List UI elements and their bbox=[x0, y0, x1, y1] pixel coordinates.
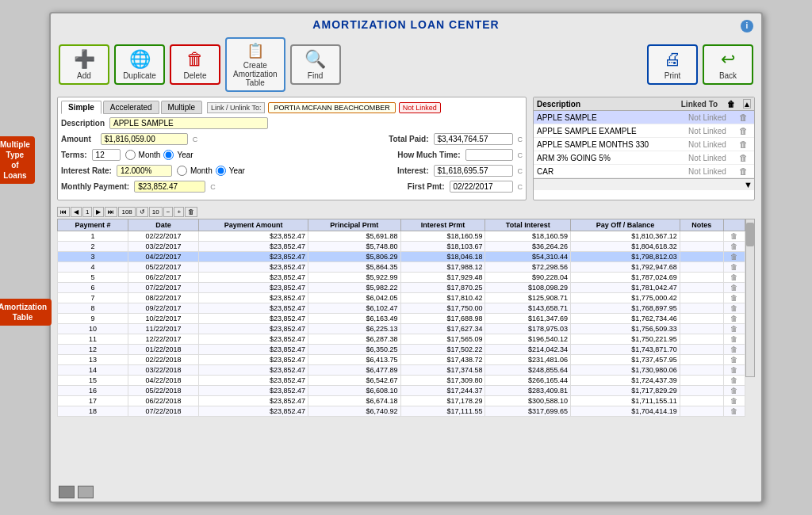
row-del-btn[interactable]: 🗑 bbox=[723, 334, 745, 345]
table-row[interactable]: 1 02/22/2017 $23,852.47 $5,691.88 $18,16… bbox=[58, 231, 745, 242]
cell-payment: $23,852.47 bbox=[199, 293, 308, 303]
table-row[interactable]: 17 06/22/2018 $23,852.47 $6,674.18 $17,1… bbox=[58, 396, 745, 406]
table-row[interactable]: 5 06/22/2017 $23,852.47 $5,922.99 $17,92… bbox=[58, 273, 745, 283]
amort-page-size[interactable]: 108 bbox=[118, 207, 135, 217]
rp-del-btn[interactable]: 🗑 bbox=[735, 113, 751, 122]
monthly-payment-row: Monthly Payment: C First Pmt: C bbox=[61, 181, 523, 193]
amort-minus-btn[interactable]: − bbox=[163, 207, 174, 217]
amort-first-btn[interactable]: ⏮ bbox=[57, 207, 70, 217]
cell-payment: $23,852.47 bbox=[199, 242, 308, 252]
row-del-btn[interactable]: 🗑 bbox=[723, 396, 745, 406]
rp-scroll-up[interactable]: ▲ bbox=[743, 99, 751, 109]
row-del-btn[interactable]: 🗑 bbox=[723, 386, 745, 396]
rp-list-item[interactable]: CAR Not Linked 🗑 bbox=[534, 165, 754, 178]
tab-accelerated[interactable]: Accelerated bbox=[103, 101, 159, 114]
table-row[interactable]: 10 11/22/2017 $23,852.47 $6,225.13 $17,6… bbox=[58, 324, 745, 334]
table-row[interactable]: 13 02/22/2018 $23,852.47 $6,413.75 $17,4… bbox=[58, 355, 745, 365]
amort-p1-btn[interactable]: 1 bbox=[82, 207, 92, 217]
table-row[interactable]: 14 03/22/2018 $23,852.47 $6,477.89 $17,3… bbox=[58, 365, 745, 376]
rp-scroll-down[interactable]: ▼ bbox=[534, 178, 754, 190]
interest-radio-group: Month Year bbox=[177, 166, 245, 176]
tab-multiple[interactable]: Multiple bbox=[161, 101, 202, 114]
interest-rate-input[interactable] bbox=[117, 165, 172, 177]
add-label: Add bbox=[67, 71, 102, 80]
tab-simple[interactable]: Simple bbox=[61, 101, 102, 114]
table-row[interactable]: 9 10/22/2017 $23,852.47 $6,163.49 $17,68… bbox=[58, 314, 745, 324]
rp-del-btn[interactable]: 🗑 bbox=[735, 166, 751, 176]
int-month-radio[interactable] bbox=[177, 166, 187, 176]
rp-del-btn[interactable]: 🗑 bbox=[735, 139, 751, 149]
amort-scrollbar[interactable] bbox=[745, 219, 755, 377]
amort-header-row: Payment # Date Payment Amount Principal … bbox=[58, 219, 745, 231]
rp-list-item[interactable]: APPLE SAMPLE Not Linked 🗑 bbox=[534, 111, 754, 124]
table-row[interactable]: 4 05/22/2017 $23,852.47 $5,864.35 $17,98… bbox=[58, 262, 745, 273]
create-amort-button[interactable]: 📋 CreateAmortizationTable bbox=[225, 37, 285, 92]
terms-input[interactable] bbox=[92, 149, 121, 161]
row-del-btn[interactable]: 🗑 bbox=[723, 273, 745, 283]
rp-list-item[interactable]: APPLE SAMPLE MONTHS 330 Not Linked 🗑 bbox=[534, 138, 754, 151]
amort-del-all-btn[interactable]: 🗑 bbox=[185, 207, 197, 217]
row-del-btn[interactable]: 🗑 bbox=[723, 365, 745, 376]
how-much-input[interactable] bbox=[465, 149, 513, 161]
row-del-btn[interactable]: 🗑 bbox=[723, 303, 745, 314]
row-del-btn[interactable]: 🗑 bbox=[723, 293, 745, 303]
bottom-icon-1[interactable] bbox=[59, 486, 75, 498]
row-del-btn[interactable]: 🗑 bbox=[723, 345, 745, 355]
amort-last-btn[interactable]: ⏭ bbox=[105, 207, 117, 217]
cell-balance: $1,762,734.46 bbox=[571, 314, 680, 324]
table-row[interactable]: 6 07/22/2017 $23,852.47 $5,982.22 $17,87… bbox=[58, 283, 745, 293]
row-del-btn[interactable]: 🗑 bbox=[723, 324, 745, 334]
rp-del-btn[interactable]: 🗑 bbox=[735, 153, 751, 162]
row-del-btn[interactable]: 🗑 bbox=[723, 376, 745, 386]
row-del-btn[interactable]: 🗑 bbox=[723, 406, 745, 417]
first-pmt-input[interactable] bbox=[450, 181, 513, 193]
amort-plus-btn[interactable]: + bbox=[174, 207, 184, 217]
total-paid-label: Total Paid: bbox=[389, 135, 428, 143]
table-row[interactable]: 8 09/22/2017 $23,852.47 $6,102.47 $17,75… bbox=[58, 303, 745, 314]
month-radio[interactable] bbox=[125, 150, 136, 160]
interest-input[interactable] bbox=[434, 165, 513, 177]
row-del-btn[interactable]: 🗑 bbox=[723, 231, 745, 242]
delete-button[interactable]: 🗑 Delete bbox=[170, 44, 220, 85]
table-row[interactable]: 11 12/22/2017 $23,852.47 $6,287.38 $17,5… bbox=[58, 334, 745, 345]
row-del-btn[interactable]: 🗑 bbox=[723, 242, 745, 252]
duplicate-button[interactable]: 🌐 Duplicate bbox=[114, 44, 165, 85]
row-del-btn[interactable]: 🗑 bbox=[723, 262, 745, 273]
print-button[interactable]: 🖨 Print bbox=[647, 44, 698, 85]
table-row[interactable]: 7 08/22/2017 $23,852.47 $6,042.05 $17,81… bbox=[58, 293, 745, 303]
cell-interest-prmt: $17,870.25 bbox=[400, 283, 485, 293]
cell-principal: $6,674.18 bbox=[308, 396, 400, 406]
table-row[interactable]: 2 03/22/2017 $23,852.47 $5,748.80 $18,10… bbox=[58, 242, 745, 252]
rp-list-item[interactable]: APPLE SAMPLE EXAMPLE Not Linked 🗑 bbox=[534, 124, 754, 138]
table-row[interactable]: 12 01/22/2018 $23,852.47 $6,350.25 $17,5… bbox=[58, 345, 745, 355]
amort-loop-btn[interactable]: ↺ bbox=[136, 207, 148, 217]
table-row[interactable]: 3 04/22/2017 $23,852.47 $5,806.29 $18,04… bbox=[58, 252, 745, 262]
amount-input[interactable] bbox=[101, 133, 188, 145]
info-icon[interactable]: i bbox=[741, 20, 753, 32]
row-del-btn[interactable]: 🗑 bbox=[723, 355, 745, 365]
int-year-radio[interactable] bbox=[216, 166, 226, 176]
description-input[interactable] bbox=[109, 117, 268, 129]
amort-next-btn[interactable]: ▶ bbox=[93, 207, 104, 217]
row-del-btn[interactable]: 🗑 bbox=[723, 283, 745, 293]
rp-list-item[interactable]: ARM 3% GOING 5% Not Linked 🗑 bbox=[534, 151, 754, 165]
rp-del-btn[interactable]: 🗑 bbox=[735, 126, 751, 135]
amort-prev-btn[interactable]: ◀ bbox=[71, 207, 82, 217]
add-button[interactable]: ➕ Add bbox=[59, 44, 109, 85]
table-row[interactable]: 18 07/22/2018 $23,852.47 $6,740.92 $17,1… bbox=[58, 406, 745, 417]
find-icon: 🔍 bbox=[298, 49, 333, 70]
table-row[interactable]: 16 05/22/2018 $23,852.47 $6,608.10 $17,2… bbox=[58, 386, 745, 396]
table-row[interactable]: 15 04/22/2018 $23,852.47 $6,542.67 $17,3… bbox=[58, 376, 745, 386]
cell-payment: $23,852.47 bbox=[199, 324, 308, 334]
year-radio[interactable] bbox=[163, 150, 174, 160]
back-button[interactable]: ↩ Back bbox=[703, 44, 753, 85]
row-del-btn[interactable]: 🗑 bbox=[723, 314, 745, 324]
linked-name[interactable]: PORTIA MCFANN BEACHCOMBER bbox=[268, 102, 395, 113]
monthly-payment-input[interactable] bbox=[134, 181, 205, 193]
bottom-icon-2[interactable] bbox=[78, 486, 94, 498]
row-del-btn[interactable]: 🗑 bbox=[723, 252, 745, 262]
total-paid-input[interactable] bbox=[434, 133, 513, 145]
cell-date: 02/22/2017 bbox=[128, 231, 199, 242]
find-button[interactable]: 🔍 Find bbox=[290, 44, 341, 85]
cell-num: 2 bbox=[58, 242, 128, 252]
